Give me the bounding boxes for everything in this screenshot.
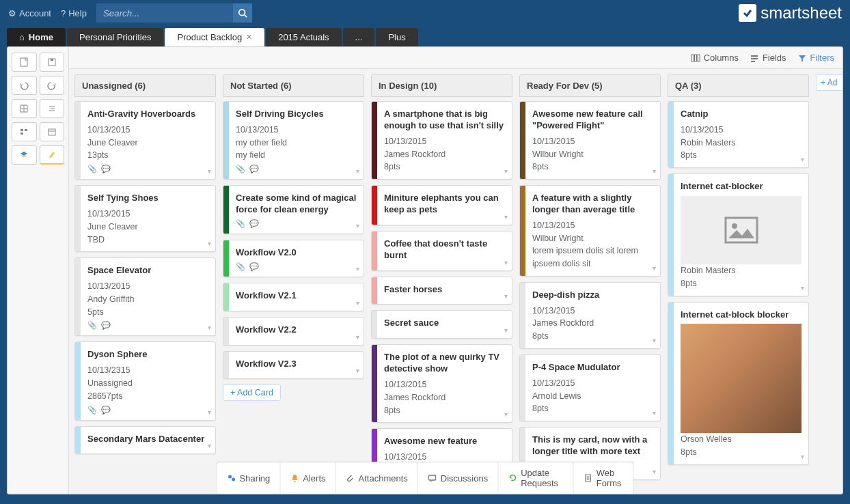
kanban-card[interactable]: Secondary Mars Datacenter▾ [74,426,216,455]
card-expand-icon[interactable]: ▾ [356,299,359,307]
tool-card[interactable] [12,122,37,141]
card-expand-icon[interactable]: ▾ [653,409,656,417]
kanban-card[interactable]: Dyson Sphere10/13/2315Unassigned28657pts… [74,341,216,420]
undo-button[interactable] [12,76,37,95]
tool-layers[interactable] [12,145,37,165]
kanban-card[interactable]: Workflow V2.0📎💬▾ [223,240,364,277]
kanban-card[interactable]: Awesome new feature call "Powered Flight… [519,101,661,180]
tool-grid[interactable] [12,99,37,118]
card-content: Create some kind of magical force for cl… [229,186,364,234]
card-expand-icon[interactable]: ▾ [653,468,656,475]
column-header[interactable]: In Design (10) [371,74,512,97]
bottombar-update-requests[interactable]: Update Requests [498,462,574,494]
card-expand-icon[interactable]: ▾ [504,326,508,334]
tool-sheet[interactable] [12,53,37,72]
help-link[interactable]: ? Help [61,8,87,18]
kanban-card[interactable]: Workflow V2.3▾ [223,351,364,380]
bottombar-alerts[interactable]: Alerts [280,462,335,494]
column-header[interactable]: Not Started (6) [223,74,364,97]
tab-product-backlog[interactable]: Product Backlog✕ [165,28,264,46]
card-expand-icon[interactable]: ▾ [504,292,508,300]
attachment-icon[interactable]: 📎 [236,262,245,271]
card-expand-icon[interactable]: ▾ [356,265,359,272]
tab-personal-priorities[interactable]: Personal Priorities [67,28,164,46]
add-column-button[interactable]: + Ad [816,74,842,91]
comment-icon[interactable]: 💬 [101,406,111,415]
search-button[interactable] [233,3,252,23]
comment-icon[interactable]: 💬 [249,165,259,173]
tab--[interactable]: ... [343,28,375,46]
card-expand-icon[interactable]: ▾ [356,333,359,341]
close-icon[interactable]: ✕ [246,33,252,42]
kanban-card[interactable]: P-4 Space Mudulator10/13/2015Arnold Lewi… [519,354,661,421]
kanban-card[interactable]: Workflow V2.1▾ [223,283,364,311]
card-expand-icon[interactable]: ▾ [504,167,508,175]
comment-icon[interactable]: 💬 [101,321,111,330]
tab-2015-actuals[interactable]: 2015 Actuals [266,28,341,46]
kanban-card[interactable]: Internet cat-block blockerOrson Welles8p… [668,302,809,465]
fields-toggle[interactable]: Fields [750,53,786,63]
kanban-card[interactable]: Coffee that doesn't taste burnt▾ [371,231,512,271]
svg-rect-17 [694,55,696,61]
tab-home[interactable]: ⌂Home [7,28,66,46]
bottombar-web-forms[interactable]: Web Forms [574,462,633,494]
kanban-card[interactable]: Internet cat-blockerRobin Masters8pts▾ [668,173,809,296]
card-expand-icon[interactable]: ▾ [208,324,211,331]
bottombar-sharing[interactable]: Sharing [217,462,281,494]
tab-plus[interactable]: Plus [376,28,417,46]
card-expand-icon[interactable]: ▾ [504,410,508,418]
bottombar-discussions[interactable]: Discussions [418,462,498,494]
column-header[interactable]: QA (3) [668,74,809,97]
tool-save[interactable] [40,53,65,72]
kanban-card[interactable]: Catnip10/13/2015Robin Masters8pts▾ [668,101,809,168]
account-link[interactable]: ⚙ Account [8,8,51,18]
attachment-icon[interactable]: 📎 [87,165,97,173]
kanban-card[interactable]: Space Elevator10/13/2015Andy Griffith5pt… [74,257,216,336]
kanban-card[interactable]: Deep-dish pizza10/13/2015James Rockford8… [519,282,661,349]
comment-icon[interactable]: 💬 [249,262,259,271]
card-expand-icon[interactable]: ▾ [653,337,656,344]
kanban-card[interactable]: Create some kind of magical force for cl… [223,185,364,234]
card-expand-icon[interactable]: ▾ [208,167,211,175]
bottombar-attachments[interactable]: Attachments [336,462,418,494]
attachment-icon[interactable]: 📎 [87,321,97,330]
add-card-button[interactable]: + Add Card [223,384,281,401]
search-input[interactable] [96,4,233,23]
tool-highlight[interactable] [40,145,65,165]
kanban-card[interactable]: Faster horses▾ [371,277,512,305]
kanban-card[interactable]: Miniture elephants you can keep as pets▾ [371,185,512,225]
card-expand-icon[interactable]: ▾ [356,222,359,229]
column-header[interactable]: Ready For Dev (5) [519,74,661,97]
attachment-icon[interactable]: 📎 [236,165,245,173]
card-expand-icon[interactable]: ▾ [208,240,211,247]
kanban-card[interactable]: The plot of a new quirky TV detective sh… [371,344,512,423]
kanban-card[interactable]: A smartphone that is big enough to use t… [371,101,512,180]
redo-button[interactable] [40,76,65,95]
card-expand-icon[interactable]: ▾ [801,453,804,460]
card-expand-icon[interactable]: ▾ [801,156,804,163]
columns-toggle[interactable]: Columns [691,53,739,63]
filters-toggle[interactable]: Filters [797,53,834,63]
kanban-card[interactable]: Self Driving Bicycles10/13/2015my other … [223,101,364,180]
attachment-icon[interactable]: 📎 [236,219,245,228]
attachment-icon[interactable]: 📎 [87,406,97,415]
card-expand-icon[interactable]: ▾ [356,367,359,374]
card-expand-icon[interactable]: ▾ [208,442,211,449]
tool-calendar[interactable] [40,122,65,141]
card-expand-icon[interactable]: ▾ [504,213,508,221]
kanban-card[interactable]: Self Tying Shoes10/13/2015June CleaverTB… [74,185,216,252]
kanban-card[interactable]: Workflow V2.2▾ [223,317,364,346]
comment-icon[interactable]: 💬 [101,165,111,173]
card-expand-icon[interactable]: ▾ [208,408,211,416]
card-expand-icon[interactable]: ▾ [356,167,359,175]
card-expand-icon[interactable]: ▾ [801,284,804,292]
column-header[interactable]: Unassigned (6) [74,74,216,97]
card-expand-icon[interactable]: ▾ [504,259,508,266]
kanban-card[interactable]: Anti-Gravity Hoverboards10/13/2015June C… [74,101,216,180]
kanban-card[interactable]: Secret sauce▾ [371,310,512,339]
kanban-card[interactable]: A feature with a slightly longer than av… [519,185,661,277]
comment-icon[interactable]: 💬 [249,219,259,228]
card-expand-icon[interactable]: ▾ [653,264,656,272]
tool-indent[interactable] [40,99,65,118]
card-expand-icon[interactable]: ▾ [653,167,656,175]
